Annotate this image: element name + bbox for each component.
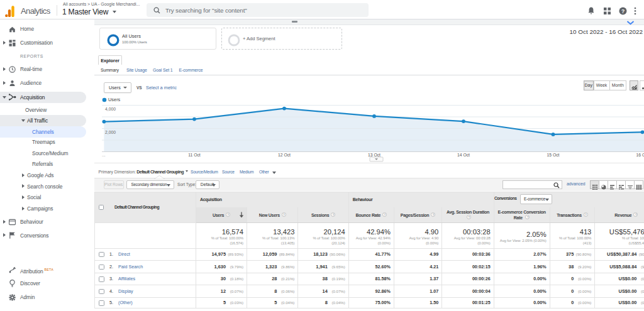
svg-text:...: ... xyxy=(102,153,106,157)
svg-text:4,000: 4,000 xyxy=(105,107,116,111)
svg-text:16 Oct: 16 Oct xyxy=(636,153,644,157)
svg-text:?: ? xyxy=(621,8,625,14)
svg-text:12 Oct: 12 Oct xyxy=(278,153,291,157)
svg-text:15 Oct: 15 Oct xyxy=(547,153,559,157)
svg-text:14 Oct: 14 Oct xyxy=(457,153,470,157)
svg-text:2,000: 2,000 xyxy=(105,130,116,134)
svg-text:13 Oct: 13 Oct xyxy=(368,153,380,157)
svg-text:11 Oct: 11 Oct xyxy=(188,153,201,157)
